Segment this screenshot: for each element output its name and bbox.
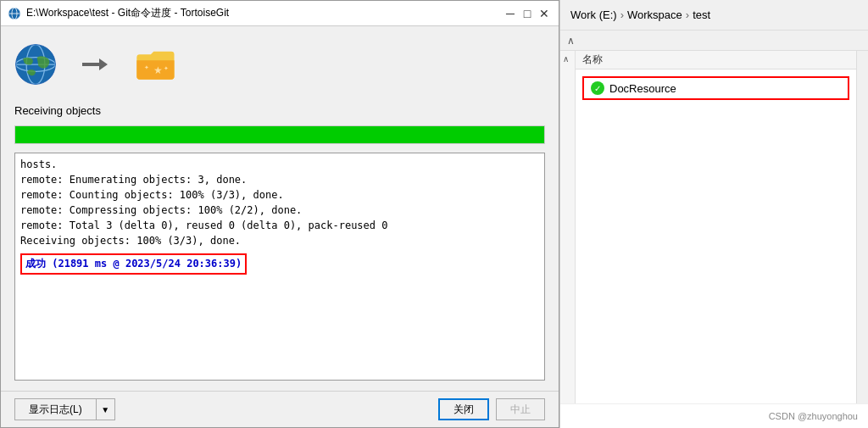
svg-text:✦: ✦	[144, 65, 149, 71]
transfer-arrow-icon	[82, 56, 108, 73]
log-line: Receiving objects: 100% (3/3), done.	[20, 233, 539, 248]
explorer-toolbar: ∧	[560, 31, 868, 51]
dialog-content: ★ ✦ ✦ Receiving objects hosts.remote: En…	[1, 26, 559, 391]
svg-marker-8	[82, 58, 108, 70]
show-log-button[interactable]: 显示日志(L)	[14, 398, 97, 420]
minimize-button[interactable]: ─	[503, 6, 518, 21]
breadcrumb-workspace[interactable]: Workspace	[627, 8, 682, 21]
log-box[interactable]: hosts.remote: Enumerating objects: 3, do…	[14, 153, 545, 381]
log-button-group: 显示日志(L) ▼	[14, 398, 115, 420]
maximize-button[interactable]: □	[520, 6, 535, 21]
explorer-content: ∧ 名称 ✓ DocResource	[560, 51, 868, 403]
breadcrumb-test[interactable]: test	[693, 8, 710, 21]
log-line: remote: Counting objects: 100% (3/3), do…	[20, 187, 539, 203]
title-bar-text: E:\Workspace\test - Git命令进度 - TortoiseGi…	[26, 6, 498, 20]
tortoise-dialog: E:\Workspace\test - Git命令进度 - TortoiseGi…	[0, 0, 559, 428]
svg-text:★: ★	[153, 64, 163, 76]
app-icon	[8, 7, 21, 20]
breadcrumb-sep-2: ›	[686, 8, 689, 21]
success-line: 成功 (21891 ms @ 2023/5/24 20:36:39)	[20, 248, 539, 275]
dialog-buttons: 显示日志(L) ▼ 关闭 中止	[1, 391, 559, 427]
folder-icon: ★ ✦ ✦	[133, 44, 177, 85]
log-line: hosts.	[20, 157, 539, 172]
breadcrumb: Work (E:) › Workspace › test	[560, 0, 868, 31]
close-window-button[interactable]: ✕	[537, 6, 552, 21]
log-line: remote: Enumerating objects: 3, done.	[20, 172, 539, 187]
watermark: CSDN @zhuyonghou	[560, 403, 868, 428]
up-arrow-icon[interactable]: ∧	[567, 35, 575, 47]
column-header: 名称	[576, 51, 856, 69]
sync-status-icon: ✓	[591, 81, 604, 95]
list-item[interactable]: ✓ DocResource	[582, 76, 849, 100]
explorer-scrollbar[interactable]	[856, 51, 868, 403]
close-button[interactable]: 关闭	[438, 398, 489, 420]
status-label: Receiving objects	[14, 104, 545, 117]
breadcrumb-work[interactable]: Work (E:)	[570, 8, 617, 21]
title-bar: E:\Workspace\test - Git命令进度 - TortoiseGi…	[1, 1, 559, 26]
log-line: remote: Compressing objects: 100% (2/2),…	[20, 203, 539, 218]
svg-text:✦: ✦	[164, 65, 169, 71]
explorer-main: 名称 ✓ DocResource	[576, 51, 856, 403]
file-name: DocResource	[609, 82, 676, 95]
file-list: ✓ DocResource	[576, 69, 856, 403]
progress-bar-container	[14, 125, 545, 144]
icons-row: ★ ✦ ✦	[14, 36, 545, 92]
log-line: remote: Total 3 (delta 0), reused 0 (del…	[20, 218, 539, 233]
name-column-header: 名称	[582, 53, 603, 67]
progress-bar-fill	[15, 126, 544, 143]
file-explorer: Work (E:) › Workspace › test ∧ ∧ 名称 ✓ Do…	[559, 0, 868, 428]
log-dropdown-button[interactable]: ▼	[97, 398, 115, 420]
stop-button[interactable]: 中止	[496, 398, 545, 420]
title-bar-buttons: ─ □ ✕	[503, 6, 552, 21]
collapse-arrow-icon[interactable]: ∧	[563, 54, 569, 64]
sidebar-strip: ∧	[560, 51, 576, 403]
globe-icon	[14, 43, 57, 86]
breadcrumb-sep-1: ›	[620, 8, 624, 21]
